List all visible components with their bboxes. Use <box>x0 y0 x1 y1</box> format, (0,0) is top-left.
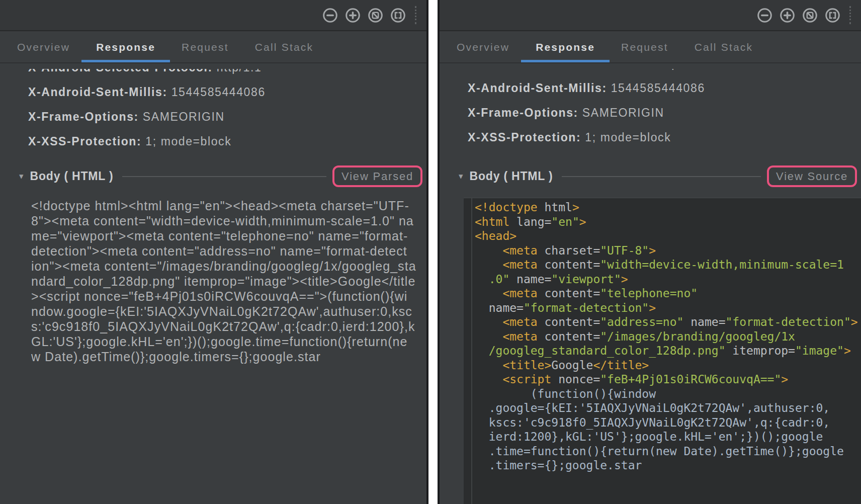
code-line: <script nonce="feB+4Pj01s0iRCW6couvqA=="… <box>475 372 861 387</box>
zoom-out-button[interactable] <box>322 8 338 23</box>
tab-request[interactable]: Request <box>182 32 229 62</box>
tab-response[interactable]: Response <box>96 32 155 62</box>
zoom-out-icon <box>757 8 772 23</box>
response-header: X-Android-Selected-Protocol: http/1.1 <box>468 69 861 81</box>
response-header: X-Frame-Options: SAMEORIGIN <box>28 110 426 135</box>
response-body-parsed-text[interactable]: <!doctype html><html lang="en"><head><me… <box>31 198 416 364</box>
network-inspector-panel-right: OverviewResponseRequestCall Stack X-Andr… <box>438 0 861 504</box>
response-tab-content[interactable]: X-Android-Selected-Protocol: http/1.1X-A… <box>0 69 426 504</box>
response-headers-list: X-Android-Selected-Protocol: http/1.1X-A… <box>28 69 426 159</box>
body-section-row: ▾ Body ( HTML ) View Source <box>459 165 857 187</box>
divider-line <box>562 176 761 177</box>
tab-call-stack[interactable]: Call Stack <box>695 32 753 62</box>
profiler-toolbar <box>0 0 426 31</box>
detail-tabs: OverviewResponseRequestCall Stack <box>0 32 426 63</box>
code-line: <meta content="telephone=no" <box>475 286 861 301</box>
response-header: X-Android-Sent-Millis: 1544585444086 <box>28 86 426 110</box>
body-section-label: Body ( HTML ) <box>30 170 114 183</box>
tab-response[interactable]: Response <box>536 32 595 62</box>
code-line: <html lang="en"> <box>475 215 861 229</box>
code-line: <meta content="address=no" name="format-… <box>475 315 861 329</box>
code-line: <head> <box>475 229 861 243</box>
view-source-button[interactable]: View Source <box>767 165 857 187</box>
response-header: X-XSS-Protection: 1; mode=block <box>468 131 861 155</box>
body-section-label: Body ( HTML ) <box>470 170 553 183</box>
profiler-toolbar <box>440 0 861 31</box>
response-header: X-XSS-Protection: 1; mode=block <box>28 135 426 159</box>
zoom-in-icon <box>345 8 361 23</box>
code-line: .time=function(){return(new Date).getTim… <box>475 444 861 459</box>
view-parsed-button[interactable]: View Parsed <box>332 165 422 187</box>
reset-zoom-button[interactable] <box>368 8 383 23</box>
gutter-divider <box>471 198 472 504</box>
collapse-arrow-icon[interactable]: ▾ <box>459 171 463 182</box>
code-line: (function(){window <box>475 387 861 401</box>
zoom-out-button[interactable] <box>757 8 772 23</box>
code-line: /googleg_standard_color_128dp.png" itemp… <box>475 344 861 358</box>
code-line: name="format-detection"> <box>475 301 861 315</box>
tab-call-stack[interactable]: Call Stack <box>255 32 314 62</box>
reset-zoom-button[interactable] <box>802 8 818 23</box>
source-code-lines: <!doctype html><html lang="en"><head> <m… <box>475 200 861 473</box>
toolbar-separator <box>415 6 416 24</box>
zoom-in-button[interactable] <box>780 8 795 23</box>
code-line: <title>Google</title> <box>475 358 861 373</box>
code-line: .0" name="viewport"> <box>475 272 861 287</box>
code-line: .google={kEI:'5IAQXJyVNaiL0gK2t72QAw',au… <box>475 401 861 415</box>
code-line: <meta content="width=device-width,minimu… <box>475 258 861 272</box>
code-line: <meta charset="UTF-8"> <box>475 243 861 258</box>
detail-tabs: OverviewResponseRequestCall Stack <box>440 32 861 63</box>
code-line: <!doctype html> <box>475 200 861 215</box>
code-line: kscs:'c9c918f0_5IAQXJyVNaiL0gK2t72QAw',q… <box>475 415 861 430</box>
zoom-to-selection-icon <box>825 8 840 23</box>
reset-zoom-icon <box>368 8 383 23</box>
tab-overview[interactable]: Overview <box>457 32 509 62</box>
body-section-row: ▾ Body ( HTML ) View Parsed <box>19 165 422 187</box>
tab-request[interactable]: Request <box>621 32 668 62</box>
response-header: X-Frame-Options: SAMEORIGIN <box>468 106 861 131</box>
zoom-in-button[interactable] <box>345 8 361 23</box>
zoom-to-selection-button[interactable] <box>390 8 406 23</box>
response-headers-list: X-Android-Selected-Protocol: http/1.1X-A… <box>468 69 861 155</box>
response-header: X-Android-Selected-Protocol: http/1.1 <box>28 69 426 86</box>
zoom-out-icon <box>322 8 338 23</box>
code-line: .timers={};google.star <box>475 458 861 473</box>
network-inspector-panel-left: OverviewResponseRequestCall Stack X-Andr… <box>0 0 428 504</box>
response-header: X-Android-Sent-Millis: 1544585444086 <box>468 81 861 106</box>
reset-zoom-icon <box>802 8 818 23</box>
collapse-arrow-icon[interactable]: ▾ <box>19 171 24 182</box>
tab-overview[interactable]: Overview <box>17 32 70 62</box>
response-tab-content[interactable]: X-Android-Selected-Protocol: http/1.1X-A… <box>440 69 861 504</box>
code-line: ierd:1200},kGL:'US'};google.kHL='en';})(… <box>475 430 861 444</box>
code-line: <meta content="/images/branding/googleg/… <box>475 329 861 344</box>
divider-line <box>122 176 326 177</box>
zoom-to-selection-icon <box>390 8 406 23</box>
response-body-source-viewer[interactable]: <!doctype html><html lang="en"><head> <m… <box>464 198 861 504</box>
toolbar-separator <box>849 6 851 24</box>
zoom-in-icon <box>780 8 795 23</box>
zoom-to-selection-button[interactable] <box>825 8 840 23</box>
